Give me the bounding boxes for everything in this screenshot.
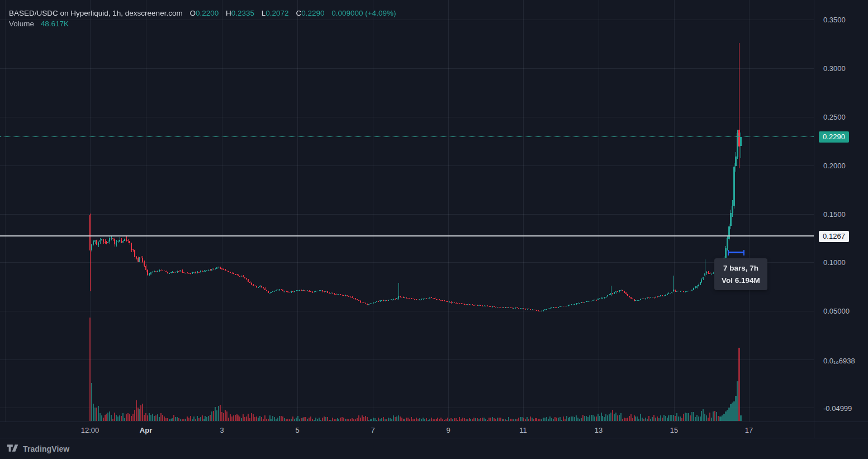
time-axis-tick: 7 [371,426,374,434]
price-axis-tick: 0.1000 [823,258,846,267]
price-axis-tick: 0.2000 [823,162,846,170]
measure-tooltip-bars: 7 bars, 7h [722,263,760,273]
attribution-bar: TradingView [0,438,868,459]
price-axis-tick: 0.3500 [823,16,846,24]
measure-tooltip-volume: Vol 6.194M [722,276,760,285]
price-axis-tick: 0.2500 [823,113,846,121]
time-axis-tick: 12:00 [81,426,99,434]
change-value: 0.009000 (+4.09%) [331,9,396,17]
price-axis-tick: 0.3000 [823,64,846,73]
legend: BASED/USDC on Hyperliquid, 1h, dexscreen… [9,8,396,29]
time-axis-tick: 3 [220,426,224,434]
time-axis-tick: 13 [595,426,603,434]
time-axis-tick: 5 [295,426,299,434]
time-axis-tick: Apr [140,426,152,434]
high-value: 0.2335 [231,9,254,17]
symbol-title[interactable]: BASED/USDC on Hyperliquid, 1h, dexscreen… [9,9,183,17]
measure-tool[interactable] [728,250,744,255]
current-price-label: 0.2290 [819,131,849,143]
tradingview-logo-link[interactable]: TradingView [7,444,69,454]
measure-tool-bar [729,252,743,253]
price-chart-canvas[interactable] [0,0,814,422]
trading-chart-window: BASED/USDC on Hyperliquid, 1h, dexscreen… [0,0,868,459]
open-value: 0.2200 [196,9,219,17]
high-label: H [226,9,231,17]
price-axis-tick: 0.05000 [823,307,850,315]
current-price-line [0,136,814,137]
price-axis-tick: 0.0₁₆6938 [823,357,855,365]
horizontal-price-line[interactable] [0,235,814,236]
tradingview-logo-text: TradingView [23,444,69,453]
time-axis-tick: 9 [446,426,450,434]
close-value: 0.2290 [301,9,324,17]
legend-volume-row: Volume 48.617K [9,18,396,29]
volume-label[interactable]: Volume [9,20,34,28]
time-axis-tick: 11 [519,426,527,434]
tradingview-logo-icon [7,444,19,454]
open-label: O [189,9,196,17]
price-line-label: 0.1267 [819,231,849,242]
volume-value: 48.617K [41,20,69,28]
low-value: 0.2072 [265,9,288,17]
time-axis-tick: 17 [745,426,753,434]
time-axis[interactable]: 12:00Apr357911131517 [0,422,814,438]
price-axis-tick: 0.1500 [823,210,846,219]
legend-symbol-row: BASED/USDC on Hyperliquid, 1h, dexscreen… [9,8,396,18]
price-axis[interactable]: 0.2290 0.1267 0.35000.30000.25000.20000.… [814,0,868,438]
measure-tooltip: 7 bars, 7h Vol 6.194M [714,258,767,290]
price-axis-tick: -0.04999 [823,404,852,413]
time-axis-tick: 15 [670,426,678,434]
close-label: C [296,9,301,17]
